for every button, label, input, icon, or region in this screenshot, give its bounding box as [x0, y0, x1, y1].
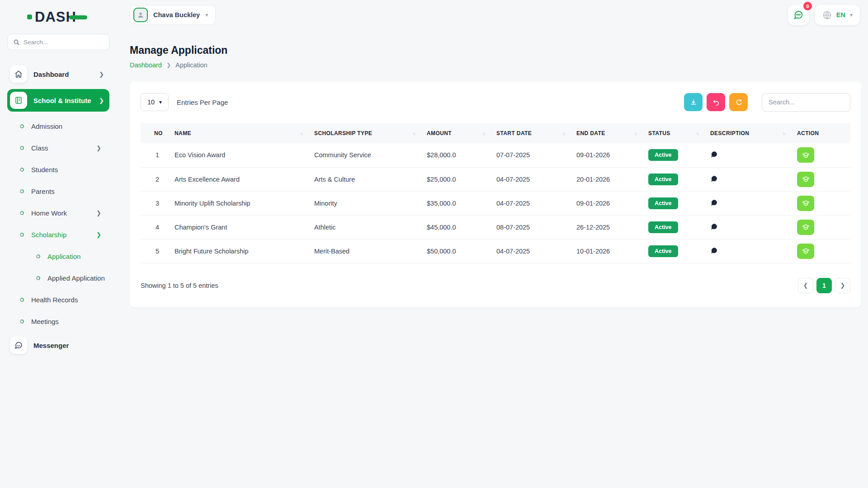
scholarship-action-button[interactable]: [797, 147, 814, 163]
applications-card: 10 ▾ Entries Per Page: [130, 82, 861, 307]
sidebar-item-applied-application[interactable]: Applied Application: [9, 267, 109, 289]
sort-icon[interactable]: ↑↓: [412, 131, 415, 136]
sidebar-item-admission[interactable]: Admission: [9, 115, 109, 137]
language-selector[interactable]: EN ▾: [815, 5, 860, 25]
sort-icon[interactable]: ↑↓: [634, 131, 637, 136]
chevron-right-icon: ❯: [96, 145, 101, 151]
table-row: 2Arts Excellence AwardArts & Culture$25,…: [141, 167, 850, 191]
sort-icon[interactable]: ↑↓: [300, 131, 302, 136]
sidebar-item-messenger[interactable]: Messenger: [7, 334, 109, 357]
breadcrumb-dashboard-link[interactable]: Dashboard: [130, 61, 162, 69]
table-search-input[interactable]: [762, 93, 850, 112]
sidebar-item-meetings[interactable]: Meetings: [9, 310, 109, 332]
sidebar-item-parents[interactable]: Parents: [9, 180, 109, 202]
sort-icon[interactable]: ↑↓: [482, 131, 485, 136]
cell-action: [797, 143, 850, 167]
column-header-start-date[interactable]: START DATE↑↓: [496, 123, 576, 143]
sidebar-search-input[interactable]: [24, 39, 104, 46]
showing-entries-text: Showing 1 to 5 of 5 entries: [141, 282, 218, 289]
bullet-ring-icon: [36, 275, 41, 281]
chat-button[interactable]: 0: [788, 5, 809, 25]
sidebar-item-school-institute[interactable]: School & Institute ❯︎: [7, 89, 109, 112]
pagination-next-button[interactable]: ❯: [835, 278, 850, 293]
column-header-name[interactable]: NAME↑↓: [175, 123, 314, 143]
cell-status: Active: [648, 143, 710, 167]
sidebar-item-home-work[interactable]: Home Work ❯: [9, 202, 109, 224]
sort-icon[interactable]: ↑↓: [562, 131, 565, 136]
cell-start-date: 08-07-2025: [496, 215, 576, 239]
sidebar-item-label: Parents: [31, 188, 109, 195]
sidebar-item-label: Application: [47, 253, 109, 260]
sidebar-item-dashboard[interactable]: Dashboard ❯: [7, 63, 109, 85]
user-menu[interactable]: Chava Buckley ▾: [130, 5, 216, 25]
avatar: [133, 8, 148, 22]
cell-type: Athletic: [314, 215, 427, 239]
column-header-amount[interactable]: AMOUNT↑↓: [427, 123, 496, 143]
sidebar-item-class[interactable]: Class ❯: [9, 137, 109, 159]
cell-amount: $35,000.0: [427, 191, 496, 215]
sidebar-item-label: Messenger: [33, 342, 104, 349]
status-badge: Active: [648, 197, 678, 209]
cell-amount: $45,000.0: [427, 215, 496, 239]
column-header-end-date[interactable]: END DATE↑↓: [576, 123, 648, 143]
cell-name: Bright Future Scholarship: [175, 239, 314, 263]
sidebar-item-application[interactable]: Application: [9, 245, 109, 267]
cell-action: [797, 239, 850, 263]
cell-name: Eco Vision Award: [175, 143, 314, 167]
refresh-button[interactable]: [729, 93, 748, 111]
top-header: Chava Buckley ▾ 0 EN ▾: [117, 0, 868, 29]
cell-start-date: 07-07-2025: [496, 143, 576, 167]
description-bubble-icon[interactable]: [710, 223, 718, 230]
cell-start-date: 04-07-2025: [496, 239, 576, 263]
bullet-ring-icon: [19, 232, 25, 237]
cell-action: [797, 191, 850, 215]
scholarship-action-button[interactable]: [797, 172, 814, 187]
user-name: Chava Buckley: [153, 11, 200, 19]
breadcrumb: Dashboard ❯ Application: [130, 61, 208, 69]
sidebar-search[interactable]: [7, 34, 109, 50]
cell-status: Active: [648, 167, 710, 191]
cell-type: Minority: [314, 191, 427, 215]
sidebar-item-students[interactable]: Students: [9, 159, 109, 180]
cell-end-date: 26-12-2025: [576, 215, 648, 239]
table-body: 1Eco Vision AwardCommunity Service$28,00…: [141, 143, 850, 263]
breadcrumb-current: Application: [175, 61, 208, 69]
scholarship-action-button[interactable]: [797, 196, 814, 211]
cell-no: 4: [141, 215, 175, 239]
pagination: ❮ 1 ❯: [798, 278, 850, 293]
sort-icon[interactable]: ↑↓: [783, 131, 785, 136]
cell-status: Active: [648, 191, 710, 215]
sidebar-item-scholarship[interactable]: Scholarship ❯: [9, 224, 109, 245]
undo-button[interactable]: [707, 93, 725, 111]
column-header-description[interactable]: DESCRIPTION↑↓: [710, 123, 797, 143]
bullet-ring-icon: [19, 188, 25, 194]
cell-description: [710, 143, 797, 167]
cell-name: Arts Excellence Award: [175, 167, 314, 191]
sort-icon[interactable]: ↑↓: [696, 131, 698, 136]
table-header-row: NO NAME↑↓ SCHOLARSHIP TYPE↑↓ AMOUNT↑↓ ST…: [141, 123, 850, 143]
description-bubble-icon[interactable]: [710, 199, 718, 206]
entries-per-page-value: 10: [147, 99, 155, 106]
page-title: Manage Application: [130, 44, 227, 56]
sidebar-item-health-records[interactable]: Health Records: [9, 289, 109, 310]
column-header-type[interactable]: SCHOLARSHIP TYPE↑↓: [314, 123, 427, 143]
book-icon: [10, 92, 27, 109]
scholarship-action-button[interactable]: [797, 244, 814, 259]
cell-name: Champion's Grant: [175, 215, 314, 239]
status-badge: Active: [648, 174, 678, 185]
description-bubble-icon[interactable]: [710, 150, 718, 158]
column-header-status[interactable]: STATUS↑↓: [648, 123, 710, 143]
pagination-prev-button[interactable]: ❮: [798, 278, 813, 293]
logo-dot-icon: [27, 14, 32, 19]
description-bubble-icon[interactable]: [710, 247, 718, 254]
description-bubble-icon[interactable]: [710, 175, 718, 183]
column-header-no[interactable]: NO: [141, 123, 175, 143]
bullet-ring-icon: [19, 145, 25, 150]
pagination-page-button[interactable]: 1: [816, 278, 832, 293]
scholarship-action-button[interactable]: [797, 220, 814, 235]
entries-per-page-select[interactable]: 10 ▾: [141, 93, 169, 111]
cell-description: [710, 239, 797, 263]
entries-per-page-label: Entries Per Page: [177, 99, 228, 106]
export-download-button[interactable]: [684, 93, 703, 111]
cell-end-date: 10-01-2026: [576, 239, 648, 263]
